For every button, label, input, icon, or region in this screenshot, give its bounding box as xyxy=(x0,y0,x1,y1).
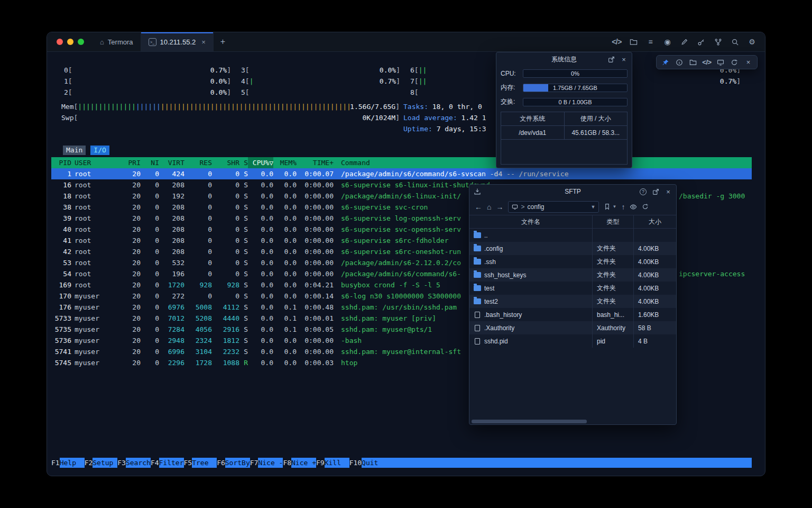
sftp-file-row[interactable]: .config文件夹4.00KB xyxy=(469,242,676,255)
file-type-cell: 文件夹 xyxy=(593,282,634,295)
fn-action-search[interactable]: Search xyxy=(126,458,151,468)
pin-icon[interactable] xyxy=(661,58,669,66)
fn-action-sortby[interactable]: SortBy xyxy=(225,458,250,468)
sftp-file-row[interactable]: .. xyxy=(469,229,676,242)
close-panel-icon[interactable]: × xyxy=(665,188,672,195)
sftp-file-row[interactable]: .ssh文件夹4.00KB xyxy=(469,255,676,268)
file-name-cell: .Xauthority xyxy=(469,321,593,334)
back-icon[interactable]: ← xyxy=(475,203,482,211)
process-cell: 2948 xyxy=(159,335,184,346)
column-size[interactable]: 大小 xyxy=(634,215,676,228)
open-in-window-icon[interactable] xyxy=(652,188,659,195)
close-tab-icon[interactable]: × xyxy=(201,38,206,46)
process-cell: 0.0 xyxy=(248,213,273,224)
file-name: .. xyxy=(484,232,488,239)
show-hidden-icon[interactable] xyxy=(630,203,637,211)
process-cell: 0:00.14 xyxy=(297,291,334,302)
tab-termora[interactable]: ⌂ Termora xyxy=(93,32,141,51)
upload-icon[interactable]: ↑ xyxy=(621,203,625,211)
code-icon[interactable]: </> xyxy=(612,38,621,47)
home-icon[interactable]: ⌂ xyxy=(487,203,491,211)
open-in-window-icon[interactable] xyxy=(607,56,615,63)
monitor-icon[interactable] xyxy=(717,58,725,66)
process-cell: 5008 xyxy=(184,302,212,313)
file-size-cell xyxy=(634,229,676,242)
process-cell: 38 xyxy=(51,202,71,213)
fn-action-filter[interactable]: Filter xyxy=(159,458,184,468)
scrollbar-thumb[interactable] xyxy=(472,420,587,423)
bookmark-dropdown-icon[interactable]: ▼ xyxy=(612,204,616,209)
swap-meter: Swp[0K/1024M] xyxy=(61,112,400,123)
sysinfo-cpu-row: CPU: 0% xyxy=(496,66,632,80)
disk-table-header: 文件系统 使用 / 大小 xyxy=(501,112,627,126)
process-cell: root xyxy=(71,279,113,291)
fn-action-tree[interactable]: Tree xyxy=(192,458,217,468)
tab-host[interactable]: >_ 10.211.55.2 × xyxy=(141,32,214,51)
settings-icon[interactable]: ⚙ xyxy=(748,38,756,47)
record-icon[interactable]: ◉ xyxy=(663,38,672,47)
disk-row[interactable]: /dev/vda145.61GB / 58.3... xyxy=(501,126,627,140)
key-icon[interactable] xyxy=(697,38,706,47)
process-cell: root xyxy=(71,179,113,190)
process-cell: 0.0 xyxy=(248,357,273,368)
process-cell: root xyxy=(71,268,113,279)
sftp-file-row[interactable]: .XauthorityXauthority58 B xyxy=(469,321,676,334)
zoom-window-button[interactable] xyxy=(78,39,84,45)
search-icon[interactable] xyxy=(731,38,740,47)
path-selector[interactable]: > config ▼ xyxy=(508,201,599,213)
fn-action-kill[interactable]: Kill xyxy=(325,458,349,468)
info-icon[interactable] xyxy=(675,58,683,66)
cpu-meter-2: 2[0.0%] xyxy=(64,87,231,98)
close-icon[interactable]: × xyxy=(744,58,752,66)
process-cell: myuser xyxy=(71,346,113,357)
process-cell: 0.0 xyxy=(248,335,273,346)
fn-action-quit[interactable]: Quit xyxy=(362,458,386,468)
process-cell: 4056 xyxy=(184,324,212,335)
folder-icon[interactable] xyxy=(689,58,697,66)
sftp-file-row[interactable]: test文件夹4.00KB xyxy=(469,282,676,295)
refresh-icon[interactable] xyxy=(731,58,739,66)
process-cell: S xyxy=(239,202,248,213)
process-cell: 928 xyxy=(212,279,239,291)
log-icon[interactable]: ≡ xyxy=(646,38,655,47)
htop-tab-main[interactable]: Main xyxy=(63,146,86,155)
horizontal-scrollbar[interactable] xyxy=(472,420,674,423)
process-cell: 0:00.00 xyxy=(297,257,334,268)
code-icon[interactable]: </> xyxy=(703,58,710,66)
process-cell: S xyxy=(239,190,248,202)
htop-table-header[interactable]: PID USER PRI NI VIRT RES SHR S CPU%▽ MEM… xyxy=(51,157,752,168)
fn-action-help[interactable]: Help xyxy=(60,458,85,468)
column-type[interactable]: 类型 xyxy=(593,215,634,228)
fn-action-setup[interactable]: Setup xyxy=(93,458,117,468)
process-cell: 0 xyxy=(141,257,159,268)
process-cell: root xyxy=(71,224,113,235)
fn-action-nice-[interactable]: Nice - xyxy=(258,458,283,468)
close-panel-icon[interactable]: × xyxy=(620,56,628,63)
cpu-meter-1: 1[0.0%] xyxy=(64,76,231,87)
folder-icon xyxy=(474,298,481,304)
sftp-file-row[interactable]: sshd.pidpid4 B xyxy=(469,334,676,348)
process-cell: 0:00.05 xyxy=(297,324,334,335)
file-name-cell: ssh_host_keys xyxy=(469,268,593,282)
sysinfo-swap-row: 交换: 0 B / 1.00GB xyxy=(496,95,632,109)
htop-tab-io[interactable]: I/O xyxy=(90,146,109,155)
process-cell: 208 xyxy=(159,202,184,213)
refresh-icon[interactable] xyxy=(642,203,649,210)
sftp-file-row[interactable]: ssh_host_keys文件夹4.00KB xyxy=(469,268,676,282)
fork-icon[interactable] xyxy=(714,38,723,47)
process-row[interactable]: 1root20042400S0.00.00:00.07/package/admi… xyxy=(51,168,752,179)
minimize-window-button[interactable] xyxy=(67,39,73,45)
new-tab-button[interactable]: + xyxy=(214,32,232,51)
sftp-file-row[interactable]: .bash_historybash_hi...1.60KB xyxy=(469,308,676,321)
column-filename[interactable]: 文件名 xyxy=(469,215,593,228)
computer-icon xyxy=(512,204,518,210)
bookmark-icon[interactable] xyxy=(604,203,611,210)
folder-icon[interactable] xyxy=(629,38,638,47)
help-icon[interactable]: ? xyxy=(640,188,647,195)
fn-action-nice-[interactable]: Nice + xyxy=(291,458,316,468)
close-window-button[interactable] xyxy=(57,39,63,45)
edit-icon[interactable] xyxy=(680,38,689,47)
sftp-file-row[interactable]: test2文件夹4.00KB xyxy=(469,295,676,308)
forward-icon[interactable]: → xyxy=(496,203,503,211)
process-cell: 0.0 xyxy=(273,235,297,246)
